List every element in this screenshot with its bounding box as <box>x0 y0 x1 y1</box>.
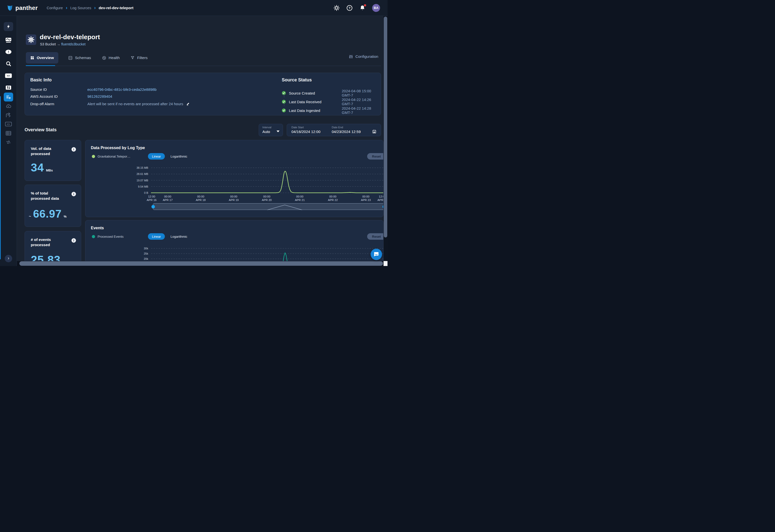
info-icon[interactable]: i <box>71 238 76 243</box>
stat-value: 34 MBs <box>31 161 53 174</box>
tab-schemas[interactable]: Schemas <box>67 52 92 64</box>
tab-label: Health <box>109 56 120 60</box>
stat-value: ~ 66.97 % <box>29 208 66 220</box>
sliders-box-icon <box>5 84 12 91</box>
status-value: 2024-04-22 14:26 GMT-7 <box>342 98 381 106</box>
sidebar-item-code[interactable]: <> <box>5 73 12 78</box>
help-icon[interactable]: ? <box>346 5 353 11</box>
breadcrumb-log-sources[interactable]: Log Sources <box>70 6 91 10</box>
svg-text:30k: 30k <box>144 247 148 250</box>
sidebar-active-section-bar <box>0 96 1 259</box>
tab-label: Overview <box>37 56 54 60</box>
info-icon[interactable]: i <box>71 147 76 152</box>
sidebar-expand-button[interactable]: › <box>5 255 12 262</box>
svg-text:00:00APR 23: 00:00APR 23 <box>361 195 371 201</box>
source-id-label: Source ID <box>30 87 87 92</box>
sidebar-item-data-flow[interactable] <box>5 112 12 118</box>
sidebar-item-tables[interactable] <box>5 130 12 136</box>
horizontal-scrollbar[interactable] <box>17 261 383 266</box>
svg-text:25k: 25k <box>144 252 148 255</box>
grid-icon <box>30 56 34 60</box>
chevron-right-icon: › <box>66 5 67 10</box>
date-end-value: 04/23/2024 12:59 <box>332 130 372 134</box>
svg-text:38.15 MB: 38.15 MB <box>136 166 148 169</box>
sidebar-item-log-sources[interactable] <box>4 93 13 101</box>
page-title: dev-rel-dev-teleport <box>40 33 100 41</box>
status-label: Last Data Ingested <box>289 108 342 113</box>
aws-account-value[interactable]: 981262289404 <box>87 94 112 99</box>
bucket-link[interactable]: fluentds3bucket <box>61 42 86 46</box>
time-range-brush[interactable] <box>153 203 383 210</box>
breadcrumb-configure[interactable]: Configure <box>47 6 63 10</box>
scrollbar-corner <box>383 261 388 266</box>
code-outline-icon: <> <box>5 122 12 126</box>
svg-text:12:00APR 23: 12:00APR 23 <box>377 195 383 201</box>
panther-icon <box>6 4 13 11</box>
transfer-loop-icon <box>5 139 12 145</box>
date-start-field[interactable]: Date Start 04/16/2024 12:00 <box>291 126 332 134</box>
basic-info-title: Basic Info <box>30 77 52 83</box>
tab-health[interactable]: Health <box>101 52 121 64</box>
date-range-picker[interactable]: Date Start 04/16/2024 12:00 Date End 04/… <box>287 124 381 136</box>
source-id-row: Source ID ecc40796-04bc-481c-bfe3-ceda22… <box>30 87 157 92</box>
calendar-icon[interactable] <box>372 129 376 134</box>
sidebar-item-code-outline[interactable]: <> <box>5 122 12 126</box>
stat-title: # of events processed <box>31 237 68 248</box>
sidebar-item-monitor[interactable] <box>5 37 12 43</box>
tab-filters[interactable]: Filters <box>130 52 148 64</box>
svg-text:00:00APR 18: 00:00APR 18 <box>196 195 206 201</box>
svg-text:12:00APR 16: 12:00APR 16 <box>147 195 157 201</box>
schema-code-icon <box>68 56 72 60</box>
tab-label: Filters <box>137 56 147 60</box>
tab-overview[interactable]: Overview <box>26 52 58 64</box>
stat-number: 66.97 <box>33 208 62 220</box>
source-id-value[interactable]: ecc40796-04bc-481c-bfe3-ceda22e8898b <box>87 87 157 92</box>
sidebar-item-sliders[interactable] <box>5 84 12 91</box>
chat-bubble-icon <box>373 251 379 257</box>
cloud-shield-icon <box>5 103 12 109</box>
arrow-right-icon: → <box>57 42 60 46</box>
vertical-scrollbar-thumb[interactable] <box>384 17 387 237</box>
brush-preview <box>153 203 383 210</box>
notifications-bell-icon[interactable] <box>359 5 365 11</box>
alert-oval-icon <box>5 49 12 55</box>
dropoff-alarm-value: Alert will be sent if no events are proc… <box>87 102 183 106</box>
svg-text:00:00APR 17: 00:00APR 17 <box>163 195 173 201</box>
date-end-field[interactable]: Date End 04/23/2024 12:59 <box>332 126 372 134</box>
svg-text:00:00APR 22: 00:00APR 22 <box>328 195 338 201</box>
chat-support-button[interactable] <box>370 249 382 260</box>
vertical-scrollbar[interactable] <box>383 16 388 266</box>
status-value: 2024-04-08 15:00 GMT-7 <box>342 89 381 97</box>
notification-badge <box>364 4 366 6</box>
date-start-value: 04/16/2024 12:00 <box>291 130 332 134</box>
brush-handle-left[interactable] <box>151 205 155 208</box>
events-chart: 30k25k20k15k <box>85 220 383 266</box>
sidebar-item-lightning[interactable] <box>4 22 13 31</box>
svg-text:00:00APR 20: 00:00APR 20 <box>262 195 272 201</box>
stat-title: Vol. of data processed <box>31 146 68 157</box>
aws-account-row: AWS Account ID 981262289404 <box>30 94 112 99</box>
chart-card-data-processed: Data Processed by Log Type Gravitational… <box>85 140 383 217</box>
settings-gear-icon[interactable] <box>333 5 340 11</box>
info-icon[interactable]: i <box>71 192 76 196</box>
funnel-icon <box>131 56 134 60</box>
panther-logo[interactable]: panther <box>6 4 38 11</box>
configuration-button[interactable]: Configuration <box>349 54 378 59</box>
interval-dropdown[interactable]: Interval Auto <box>259 124 283 136</box>
monitor-pulse-icon <box>5 37 12 43</box>
status-label: Last Data Received <box>289 100 342 104</box>
tab-label: Schemas <box>75 56 91 60</box>
sidebar-item-data-transfer[interactable] <box>5 139 12 145</box>
panther-app: panther Configure › Log Sources › dev-re… <box>0 0 388 266</box>
user-avatar[interactable]: BA <box>372 4 380 12</box>
stat-unit: MBs <box>46 168 53 172</box>
edit-pencil-icon[interactable] <box>186 102 190 106</box>
sidebar-item-search[interactable] <box>5 61 12 67</box>
code-block-icon: <> <box>5 73 12 78</box>
teleport-gear-icon <box>28 36 34 43</box>
sidebar-item-cloud-security[interactable] <box>5 103 12 109</box>
sidebar-item-alerts[interactable] <box>5 49 12 55</box>
horizontal-scrollbar-thumb[interactable] <box>19 261 383 266</box>
status-value: 2024-04-22 14:28 GMT-7 <box>342 106 381 115</box>
source-status-title: Source Status <box>282 77 312 83</box>
